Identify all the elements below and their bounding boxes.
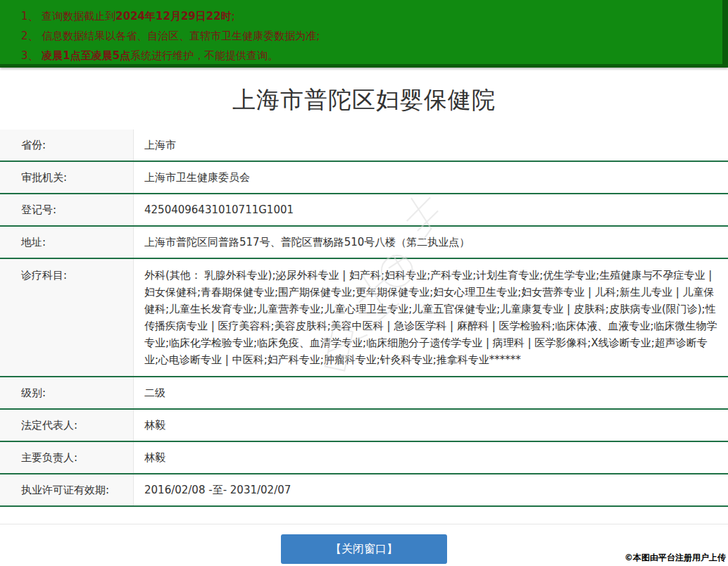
table-row-address: 地址: 上海市普陀区同普路517号、普陀区曹杨路510号八楼（第二执业点） (0, 227, 728, 259)
field-label: 登记号: (0, 194, 134, 225)
field-value: 42504096431010711G1001 (134, 194, 728, 225)
table-row-approval-authority: 审批机关: 上海市卫生健康委员会 (0, 162, 728, 194)
field-label: 级别: (0, 377, 134, 408)
field-label: 法定代表人: (0, 410, 134, 441)
table-row-license-validity: 执业许可证有效期: 2016/02/08 -至- 2031/02/07 (0, 474, 728, 507)
query-result-page: 1、 查询数据截止到2024年12月29日22时; 2、 信息数据结果以各省、自… (0, 0, 728, 566)
field-value: 二级 (134, 377, 728, 408)
field-value: 上海市普陀区同普路517号、普陀区曹杨路510号八楼（第二执业点） (134, 227, 728, 258)
field-value: 上海市 (134, 130, 728, 161)
notice-line-1: 1、 查询数据截止到2024年12月29日22时; (21, 6, 722, 26)
notice-2-text: 2、 信息数据结果以各省、自治区、直辖市卫生健康委数据为准; (21, 30, 320, 42)
close-window-button[interactable]: 【关闭窗口】 (281, 534, 447, 564)
notice-3-text: 3、 (21, 49, 42, 62)
detail-table: 省份: 上海市 审批机关: 上海市卫生健康委员会 登记号: 4250409643… (0, 130, 728, 507)
table-row-province: 省份: 上海市 (0, 130, 728, 162)
notice-3-suffix: 系统进行维护，不能提供查询。 (130, 49, 278, 62)
notice-line-3: 3、 凌晨1点至凌晨5点系统进行维护，不能提供查询。 (21, 46, 722, 65)
notice-1-bold: 2024年12月29日22时 (115, 10, 231, 23)
copyright-note: ©本图由平台注册用户上传 (625, 552, 726, 564)
notice-1-text: 1、 查询数据截止到 (21, 10, 115, 23)
footer-divider (0, 524, 728, 524)
notice-banner: 1、 查询数据截止到2024年12月29日22时; 2、 信息数据结果以各省、自… (0, 0, 728, 68)
page-title: 上海市普陀区妇婴保健院 (0, 86, 728, 114)
field-value: 林毅 (134, 442, 728, 473)
field-value: 外科(其他： 乳腺外科专业);泌尿外科专业 | 妇产科;妇科专业;产科专业;计划… (134, 259, 728, 376)
table-row-level: 级别: 二级 (0, 377, 728, 410)
field-label: 审批机关: (0, 162, 134, 193)
field-label: 诊疗科目: (0, 259, 134, 376)
notice-1-suffix: ; (232, 10, 235, 23)
table-row-medical-subjects: 诊疗科目: 外科(其他： 乳腺外科专业);泌尿外科专业 | 妇产科;妇科专业;产… (0, 259, 728, 377)
field-label: 主要负责人: (0, 442, 134, 473)
notice-line-2: 2、 信息数据结果以各省、自治区、直辖市卫生健康委数据为准; (21, 26, 722, 46)
field-label: 执业许可证有效期: (0, 474, 134, 505)
table-row-legal-representative: 法定代表人: 林毅 (0, 410, 728, 442)
field-value: 上海市卫生健康委员会 (134, 162, 728, 193)
field-value: 林毅 (134, 410, 728, 441)
field-label: 省份: (0, 130, 134, 161)
table-row-principal: 主要负责人: 林毅 (0, 442, 728, 474)
notice-3-bold: 凌晨1点至凌晨5点 (42, 49, 130, 62)
table-row-registration-number: 登记号: 42504096431010711G1001 (0, 194, 728, 227)
field-label: 地址: (0, 227, 134, 258)
field-value: 2016/02/08 -至- 2031/02/07 (134, 474, 728, 505)
